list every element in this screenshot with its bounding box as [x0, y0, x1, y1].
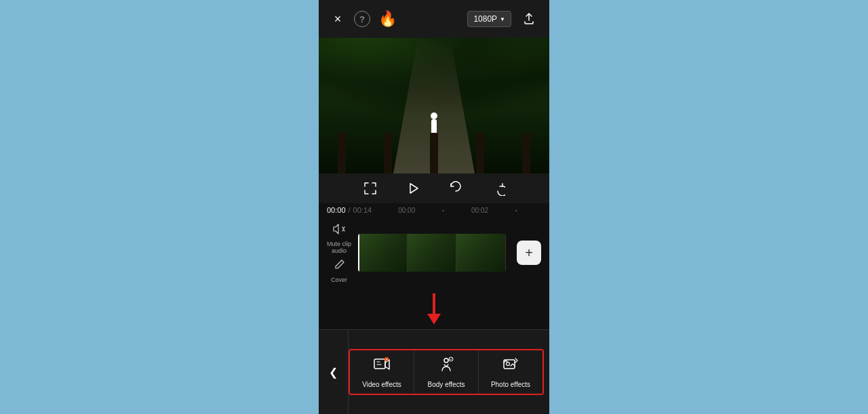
- marker-dot-1: •: [442, 207, 444, 213]
- header: × ? 🔥 1080P: [319, 0, 549, 38]
- thumb-segment-3: [456, 234, 506, 272]
- controls-bar: [319, 173, 549, 203]
- header-left: × ? 🔥: [330, 10, 397, 28]
- trunk-1: [338, 133, 346, 173]
- app-container: × ? 🔥 1080P: [319, 0, 549, 414]
- track-tools: Mute clipaudio Cover: [327, 222, 351, 283]
- red-arrow: [427, 293, 441, 325]
- fullscreen-button[interactable]: [363, 181, 378, 196]
- arrow-area: [319, 289, 549, 329]
- mute-label: Mute clipaudio: [327, 241, 351, 254]
- tree-trunks: [319, 106, 549, 173]
- cover-tool[interactable]: Cover: [327, 258, 351, 283]
- thumb-segment-2: [408, 234, 457, 272]
- redo-button[interactable]: [490, 181, 505, 196]
- marker-dot-2: •: [515, 207, 517, 213]
- time-separator: /: [349, 206, 351, 214]
- effects-tabs: Video effects Body effects: [349, 349, 544, 395]
- video-scene: [319, 38, 549, 173]
- track-area: Mute clipaudio Cover +: [319, 217, 549, 289]
- track-cursor: [358, 234, 359, 272]
- photo-effects-icon: [502, 356, 519, 377]
- timeline-markers: 00:00 • 00:02 •: [374, 207, 541, 214]
- body-effects-icon: [437, 356, 455, 377]
- trunk-2: [384, 133, 392, 173]
- mute-tool[interactable]: Mute clipaudio: [327, 222, 351, 254]
- close-button[interactable]: ×: [330, 11, 346, 27]
- header-right: 1080P: [467, 9, 538, 28]
- timeline-bar: 00:00 / 00:14 00:00 • 00:02 •: [319, 203, 549, 217]
- video-effects-tab[interactable]: Video effects: [350, 350, 414, 394]
- photo-effects-tab[interactable]: Photo effects: [479, 350, 542, 394]
- body-effects-label: Body effects: [428, 381, 465, 388]
- arrow-head: [427, 314, 441, 325]
- trunk-4: [476, 133, 484, 173]
- current-time: 00:00: [327, 206, 346, 214]
- photo-effects-label: Photo effects: [491, 381, 530, 388]
- trunk-5: [522, 133, 530, 173]
- flame-icon: 🔥: [378, 10, 397, 28]
- svg-point-1: [384, 357, 389, 361]
- bottom-toolbar: ❮ Video effects: [319, 329, 549, 414]
- play-button[interactable]: [405, 180, 421, 196]
- marker-1: 00:00: [398, 207, 415, 214]
- total-time: 00:14: [353, 206, 372, 214]
- trunk-3: [430, 133, 438, 173]
- add-clip-button[interactable]: +: [517, 241, 541, 265]
- cover-icon: [332, 258, 346, 275]
- undo-button[interactable]: [448, 181, 463, 196]
- video-track[interactable]: [358, 234, 506, 272]
- marker-2: 00:02: [471, 207, 488, 214]
- video-effects-icon: [373, 356, 391, 377]
- video-preview: [319, 38, 549, 173]
- resolution-button[interactable]: 1080P: [467, 11, 511, 27]
- svg-point-2: [444, 358, 448, 363]
- video-effects-label: Video effects: [362, 381, 401, 388]
- cover-label: Cover: [331, 276, 347, 283]
- svg-rect-0: [374, 359, 385, 369]
- help-button[interactable]: ?: [354, 11, 370, 27]
- body-effects-tab[interactable]: Body effects: [414, 350, 479, 394]
- arrow-shaft: [433, 293, 435, 314]
- back-button[interactable]: ❮: [319, 330, 349, 414]
- mute-icon: [332, 222, 346, 239]
- thumb-segment-1: [358, 234, 408, 272]
- export-button[interactable]: [519, 9, 538, 28]
